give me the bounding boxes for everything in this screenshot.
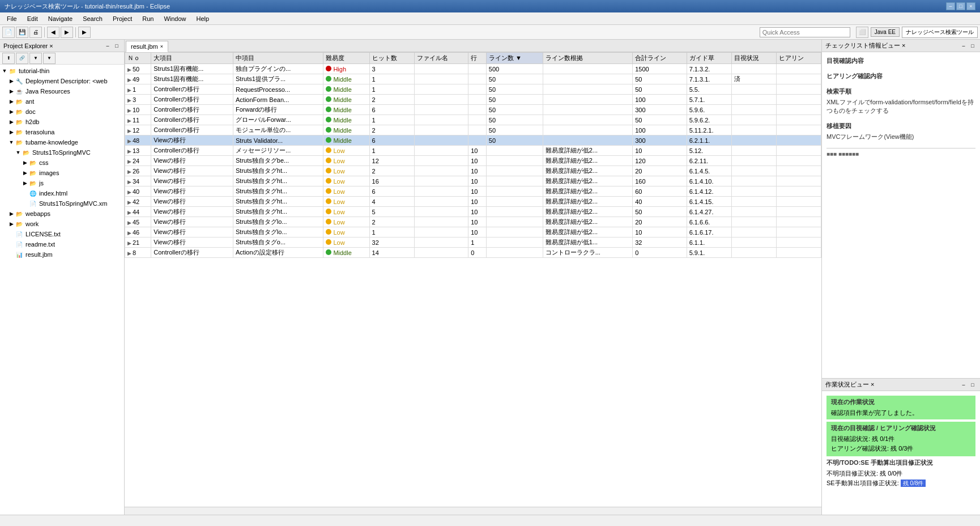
forward-button[interactable]: ▶ — [61, 27, 73, 38]
tab-close-btn[interactable]: × — [160, 44, 163, 49]
cell-filename — [414, 105, 468, 115]
col-total[interactable]: 合計ライン — [633, 53, 687, 64]
cell-visual — [731, 84, 776, 95]
task-maximize-btn[interactable]: □ — [969, 381, 977, 389]
menu-run[interactable]: Run — [138, 14, 158, 23]
table-row[interactable]: ▶1 Controllerの移行 RequestProcesso... Midd… — [125, 84, 821, 95]
col-major[interactable]: 大項目 — [151, 53, 233, 64]
cell-lines: 50 — [486, 84, 543, 95]
tree-item-struts1-xml[interactable]: 📄 Struts1ToSpringMVC.xm — [1, 198, 123, 209]
tree-item-h2db[interactable]: ▶ 📂 h2db — [1, 117, 123, 127]
col-visual[interactable]: 目視状況 — [731, 53, 776, 64]
table-row[interactable]: ▶34 Viewの移行 Struts独自タグht... Low 16 10 難易… — [125, 176, 821, 186]
new-button[interactable]: 📄 — [2, 27, 15, 38]
table-row[interactable]: ▶8 Controllerの移行 Actionの設定移行 Middle 14 0… — [125, 248, 821, 258]
tree-item-js[interactable]: ▶ 📂 js — [1, 178, 123, 188]
cell-total: 0 — [633, 248, 687, 258]
table-row[interactable]: ▶42 Viewの移行 Struts独自タグht... Low 4 10 難易度… — [125, 197, 821, 207]
quick-access-input[interactable] — [760, 27, 850, 37]
table-row[interactable]: ▶21 Viewの移行 Struts独自タグo... Low 32 1 難易度詳… — [125, 237, 821, 248]
back-button[interactable]: ◀ — [47, 27, 59, 38]
cell-difficulty: Low — [323, 146, 369, 156]
table-row[interactable]: ▶24 Viewの移行 Struts独自タグbe... Low 12 10 難易… — [125, 156, 821, 166]
tree-item-tubame-knowledge[interactable]: ▼ 📂 tubame-knowledge — [1, 137, 123, 147]
minimize-panel-btn[interactable]: – — [104, 42, 112, 50]
col-no[interactable]: Ｎｏ — [125, 53, 151, 64]
print-button[interactable]: 🖨 — [29, 27, 42, 38]
menu-window[interactable]: Window — [159, 14, 190, 23]
tree-item-webapps[interactable]: ▶ 📂 webapps — [1, 209, 123, 219]
table-area[interactable]: Ｎｏ 大項目 中項目 難易度 ヒット数 ファイル名 行 ライン数 ▼ ライン数根… — [125, 52, 821, 507]
cell-line — [468, 84, 487, 95]
cell-hits: 2 — [369, 166, 414, 176]
table-row[interactable]: ▶48 Viewの移行 Struts Validator... Middle 6… — [125, 135, 821, 146]
menu-navigate[interactable]: Navigate — [44, 14, 77, 23]
knowledge-perspective[interactable]: ナレッジベース検索ツール — [902, 27, 978, 38]
tree-item-deployment[interactable]: ▶ 🔧 Deployment Descriptor: <web — [1, 76, 123, 86]
table-row[interactable]: ▶45 Viewの移行 Struts独自タグlo... Low 2 10 難易度… — [125, 217, 821, 227]
cell-lines — [486, 186, 543, 197]
tree-item-result-jbm[interactable]: 📊 result.jbm — [1, 249, 123, 260]
close-button[interactable]: × — [966, 2, 975, 10]
java-ee-perspective[interactable]: Java EE — [871, 27, 900, 37]
table-row[interactable]: ▶50 Struts1固有機能... 独自プラグインの... High 3 50… — [125, 64, 821, 74]
col-hits[interactable]: ヒット数 — [369, 53, 414, 64]
col-basis[interactable]: ライン数根拠 — [543, 53, 632, 64]
tree-item-ant[interactable]: ▶ 📂 ant — [1, 96, 123, 107]
checklist-minimize-btn[interactable]: – — [960, 42, 968, 50]
tree-item-struts1[interactable]: ▼ 📂 Struts1ToSpringMVC — [1, 147, 123, 158]
task-minimize-btn[interactable]: – — [960, 381, 968, 389]
cell-basis: 難易度詳細が低2... — [543, 146, 632, 156]
table-row[interactable]: ▶11 Controllerの移行 グローバルForwar... Middle … — [125, 115, 821, 125]
filter-btn[interactable]: ▼ — [29, 53, 42, 64]
maximize-panel-btn[interactable]: □ — [113, 42, 121, 50]
tree-item-doc[interactable]: ▶ 📂 doc — [1, 107, 123, 117]
menu-search[interactable]: Search — [78, 14, 107, 23]
menu-edit[interactable]: Edit — [23, 14, 42, 23]
horizontal-scrollbar[interactable] — [125, 507, 821, 515]
col-filename[interactable]: ファイル名 — [414, 53, 468, 64]
col-line[interactable]: 行 — [468, 53, 487, 64]
table-row[interactable]: ▶49 Struts1固有機能... Struts1提供ブラ... Middle… — [125, 74, 821, 84]
col-hearing[interactable]: ヒアリン — [776, 53, 821, 64]
tree-label: js — [39, 180, 44, 186]
tree-item-index-html[interactable]: 🌐 index.html — [1, 188, 123, 198]
menu-file[interactable]: File — [2, 14, 22, 23]
tree-item-tutorial-thin[interactable]: ▼ 📁 tutorial-thin — [1, 66, 123, 76]
save-button[interactable]: 💾 — [16, 27, 28, 38]
view-menu-btn[interactable]: ▼ — [43, 53, 56, 64]
tree-item-css[interactable]: ▶ 📂 css — [1, 158, 123, 168]
collapse-all-btn[interactable]: ⬆ — [2, 53, 15, 64]
col-difficulty[interactable]: 難易度 — [323, 53, 369, 64]
table-row[interactable]: ▶12 Controllerの移行 モジュール単位の... Middle 2 5… — [125, 125, 821, 135]
table-row[interactable]: ▶3 Controllerの移行 ActionForm Bean... Midd… — [125, 95, 821, 105]
table-row[interactable]: ▶13 Controllerの移行 メッセージリソー... Low 1 10 難… — [125, 146, 821, 156]
menu-help[interactable]: Help — [192, 14, 214, 23]
cell-lines — [486, 176, 543, 186]
col-guide[interactable]: ガイド草 — [687, 53, 731, 64]
minimize-button[interactable]: – — [946, 2, 955, 10]
table-row[interactable]: ▶46 Viewの移行 Struts独自タグlo... Low 1 10 難易度… — [125, 227, 821, 237]
tree-item-work[interactable]: ▶ 📂 work — [1, 219, 123, 229]
col-lines[interactable]: ライン数 ▼ — [486, 53, 543, 64]
result-jbm-tab[interactable]: result.jbm × — [126, 41, 168, 52]
table-row[interactable]: ▶26 Viewの移行 Struts独自タグht... Low 2 10 難易度… — [125, 166, 821, 176]
cell-difficulty: Middle — [323, 84, 369, 95]
tree-item-terasoluna[interactable]: ▶ 📂 terasoluna — [1, 127, 123, 137]
checklist-maximize-btn[interactable]: □ — [969, 42, 977, 50]
run-button[interactable]: ▶ — [78, 27, 91, 38]
cell-difficulty: Middle — [323, 95, 369, 105]
table-row[interactable]: ▶10 Controllerの移行 Forwardの移行 Middle 6 50… — [125, 105, 821, 115]
cell-difficulty: Middle — [323, 248, 369, 258]
tree-item-license[interactable]: 📄 LICENSE.txt — [1, 229, 123, 239]
table-row[interactable]: ▶40 Viewの移行 Struts独自タグht... Low 6 10 難易度… — [125, 186, 821, 197]
table-row[interactable]: ▶44 Viewの移行 Struts独自タグht... Low 5 10 難易度… — [125, 207, 821, 217]
tree-item-java-resources[interactable]: ▶ ☕ Java Resources — [1, 86, 123, 96]
col-mid[interactable]: 中項目 — [233, 53, 323, 64]
menu-project[interactable]: Project — [108, 14, 137, 23]
cell-major: Struts1固有機能... — [151, 74, 233, 84]
maximize-button[interactable]: □ — [956, 2, 965, 10]
link-with-editor-btn[interactable]: 🔗 — [16, 53, 28, 64]
tree-item-readme[interactable]: 📄 readme.txt — [1, 239, 123, 249]
tree-item-images[interactable]: ▶ 📂 images — [1, 168, 123, 178]
